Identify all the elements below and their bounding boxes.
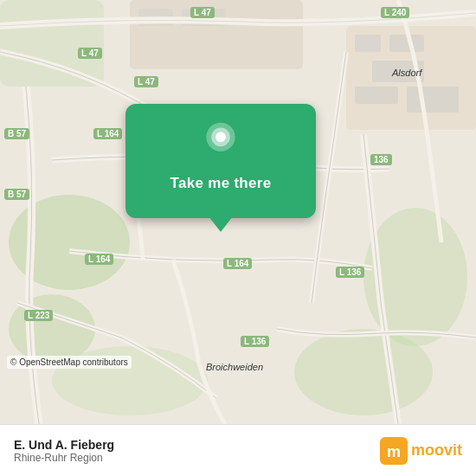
road-label-l136-bot: L 136 (241, 336, 269, 347)
road-label-l47-mid: L 47 (134, 76, 158, 87)
place-name: E. Und A. Fieberg (14, 438, 114, 452)
road-label-l223: L 223 (24, 310, 53, 321)
road-label-l240: L 240 (381, 7, 409, 18)
place-region: Rhine-Ruhr Region (14, 452, 114, 464)
road-label-136: 136 (370, 154, 392, 165)
road-label-l164-bot: L 164 (85, 254, 113, 265)
svg-point-18 (215, 132, 226, 143)
svg-rect-8 (355, 35, 381, 52)
info-bar: E. Und A. Fieberg Rhine-Ruhr Region m mo… (0, 424, 476, 476)
road-label-l47-left: L 47 (78, 48, 102, 59)
place-info: E. Und A. Fieberg Rhine-Ruhr Region (14, 438, 114, 464)
svg-rect-9 (389, 35, 424, 52)
svg-point-5 (294, 329, 433, 415)
map-attribution: © OpenStreetMap contributors (7, 356, 132, 369)
svg-rect-4 (0, 0, 104, 87)
moovit-icon: m (380, 437, 408, 465)
road-label-b57-mid: B 57 (4, 189, 29, 200)
alsdorf-label: Alsdorf (392, 68, 421, 78)
svg-rect-11 (355, 87, 398, 104)
road-label-l136-mid: L 136 (336, 267, 364, 278)
broichweiden-label: Broichweiden (206, 362, 263, 372)
map-container: L 47 L 240 L 47 L 47 B 57 L 164 136 B 57… (0, 0, 476, 424)
location-pin-icon (199, 121, 242, 164)
popup-card[interactable]: Take me there (125, 104, 316, 218)
moovit-logo: m moovit (380, 437, 462, 465)
road-label-l164-left: L 164 (93, 128, 122, 139)
moovit-text: moovit (411, 441, 462, 460)
take-me-there-button[interactable]: Take me there (170, 175, 272, 192)
svg-rect-12 (407, 87, 459, 113)
road-label-b57-top: B 57 (4, 128, 29, 139)
road-label-l47-top: L 47 (190, 7, 215, 18)
svg-text:m: m (387, 443, 401, 460)
road-label-l164-mid: L 164 (223, 258, 252, 269)
